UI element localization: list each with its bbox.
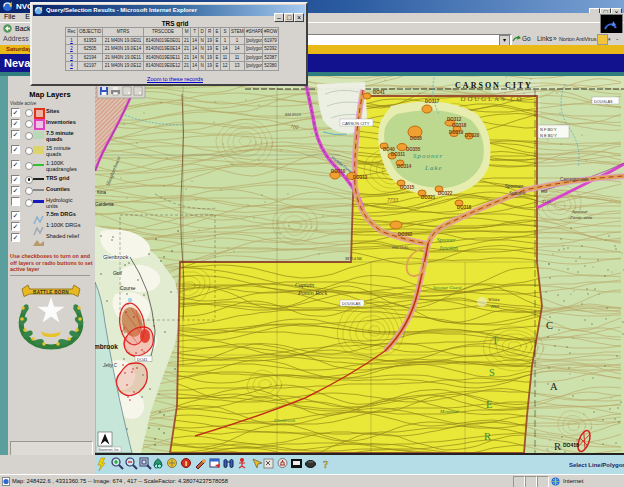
svg-text:Jetty C: Jetty C <box>102 363 118 368</box>
svg-text:A: A <box>550 381 558 392</box>
svg-text:R: R <box>484 431 491 442</box>
svg-text:DO319: DO319 <box>449 130 464 135</box>
svg-text:Kina: Kina <box>97 190 107 195</box>
svg-text:DO312: DO312 <box>447 117 462 122</box>
svg-text:Spooner: Spooner <box>572 209 588 214</box>
svg-text:Campgrounds: Campgrounds <box>560 177 590 182</box>
svg-text:Summit: Summit <box>509 190 526 196</box>
svg-text:C: C <box>546 320 553 331</box>
svg-text:DOUGLAS: DOUGLAS <box>594 100 613 104</box>
svg-text:DOUGLAS CO: DOUGLAS CO <box>461 95 524 103</box>
svg-text:Spooner Guard: Spooner Guard <box>433 285 462 290</box>
svg-text:DO318: DO318 <box>457 205 472 210</box>
svg-text:DO41: DO41 <box>373 90 385 95</box>
svg-text:Montreal: Montreal <box>439 409 459 414</box>
svg-text:Gardenia: Gardenia <box>95 202 114 207</box>
svg-text:BATTLE BORN: BATTLE BORN <box>33 290 69 295</box>
svg-text:DO418: DO418 <box>563 442 579 448</box>
svg-text:N F BD’Y: N F BD’Y <box>540 127 557 132</box>
svg-text:CARSON CITY: CARSON CITY <box>455 81 533 90</box>
svg-text:38T14-N6: 38T14-N6 <box>345 257 362 261</box>
svg-text:HM: HM <box>541 189 547 194</box>
svg-text:DO392: DO392 <box>398 232 413 237</box>
svg-text:Glenbrook: Glenbrook <box>103 254 129 260</box>
svg-text:Captain: Captain <box>295 282 314 288</box>
svg-text:7146: 7146 <box>542 199 552 204</box>
svg-text:7733: 7733 <box>387 197 398 203</box>
svg-text:E: E <box>486 399 492 410</box>
svg-text:DO38: DO38 <box>410 136 422 141</box>
svg-text:?: ? <box>323 458 329 470</box>
svg-text:S: S <box>489 367 495 378</box>
svg-text:mbrook: mbrook <box>95 343 118 350</box>
svg-text:Spooner: Spooner <box>505 183 524 189</box>
svg-text:DO315: DO315 <box>400 185 415 190</box>
svg-text:Hill: Hill <box>490 304 499 309</box>
svg-text:DO318: DO318 <box>452 123 467 128</box>
svg-text:N E BD’Y: N E BD’Y <box>540 133 557 138</box>
svg-text:Lake: Lake <box>424 164 443 172</box>
svg-text:DO314: DO314 <box>397 164 412 169</box>
svg-text:Pomin Rock: Pomin Rock <box>297 290 327 296</box>
svg-text:White: White <box>488 297 500 302</box>
svg-text:DO313: DO313 <box>353 175 368 180</box>
svg-text:DO322: DO322 <box>438 191 453 196</box>
svg-text:DO310: DO310 <box>331 169 346 174</box>
svg-text:CARSON CITY: CARSON CITY <box>342 121 370 126</box>
svg-text:700: 700 <box>290 123 299 130</box>
svg-text:DOUGLAS: DOUGLAS <box>342 302 361 306</box>
svg-text:Spooner: Spooner <box>413 152 443 160</box>
svg-text:DO41: DO41 <box>137 357 148 362</box>
svg-text:R: R <box>554 441 561 452</box>
svg-text:Glenbrook: Glenbrook <box>274 418 296 423</box>
svg-text:Junction: Junction <box>439 245 458 251</box>
svg-text:Governet, Inc: Governet, Inc <box>98 448 119 452</box>
svg-text:HM 7135: HM 7135 <box>392 245 409 250</box>
svg-text:DO317: DO317 <box>425 99 440 104</box>
svg-text:i: i <box>185 459 187 468</box>
svg-text:DO311: DO311 <box>391 152 406 157</box>
svg-text:BM 8923: BM 8923 <box>285 112 302 117</box>
svg-text:Golf: Golf <box>113 271 122 276</box>
svg-text:DO320: DO320 <box>465 133 480 138</box>
svg-text:Picnic area: Picnic area <box>569 215 593 220</box>
svg-text:DO321: DO321 <box>421 195 436 200</box>
svg-text:Spooner: Spooner <box>437 237 456 243</box>
svg-text:Course: Course <box>120 286 136 291</box>
svg-text:T: T <box>492 335 499 346</box>
